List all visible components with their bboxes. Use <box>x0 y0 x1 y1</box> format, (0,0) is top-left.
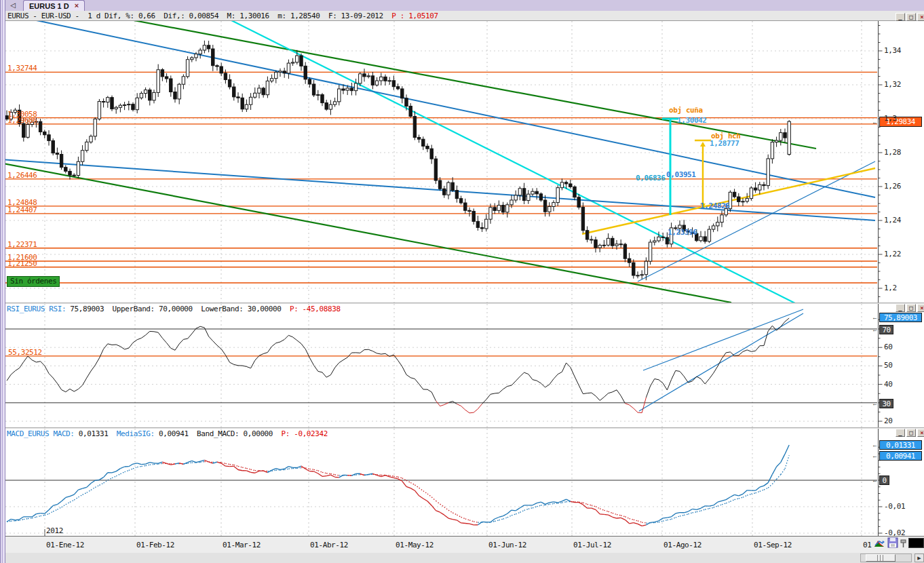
window-left-border <box>0 0 5 563</box>
month-label: 01-Mar-12 <box>223 541 261 549</box>
month-label: 01-Sep-12 <box>754 541 792 549</box>
rsi-pane-buttons: _ □ × <box>896 304 924 312</box>
rsi-lowerband-badge: 30 <box>879 399 893 408</box>
price-tick-label: 1,32 <box>884 80 901 89</box>
pane-separator[interactable] <box>5 427 924 429</box>
price-tick-label: 1,3 <box>884 114 897 123</box>
price-level-label: 1,26446 <box>7 171 37 180</box>
macd-maximize-button[interactable]: □ <box>906 429 916 437</box>
rsi-tick-label: 20 <box>884 416 892 425</box>
main-chart-area[interactable] <box>5 21 878 303</box>
rsi-chart-area[interactable] <box>5 304 878 427</box>
rsi-value-badge: 75,89003 <box>879 313 922 322</box>
macd-header-part-3: 0,00941 <box>159 429 197 438</box>
scrollbar-right-arrow[interactable]: ▶ <box>915 554 924 562</box>
macd-tick-label: -0,01 <box>884 502 905 511</box>
rsi-header-part-3: P: -45,08838 <box>290 305 341 313</box>
quote-bar-part-0: EURUS - EUR-USD - 1 d Dif, %: 0,66 Dif,:… <box>7 12 391 20</box>
annotation-level-low: 1,23396 <box>668 228 697 237</box>
macd-pointer-icon: ← <box>872 442 878 448</box>
rsi-lower-pointer-icon: ← <box>872 401 878 407</box>
annotation-level-mid: 1,24826 <box>700 201 730 210</box>
price-pointer-icon: ← <box>872 119 878 125</box>
quote-bar-part-1: P : 1,05107 <box>391 12 438 20</box>
macd-tick-label: -0,02 <box>884 528 905 537</box>
rsi-level-label: 55,32512 <box>8 348 42 357</box>
macd-header-part-0: MACD_EURUS MACD: <box>7 429 79 438</box>
annotation-measure-right: 0,03951 <box>666 170 696 179</box>
month-label: 01-Ene-12 <box>46 541 84 549</box>
rsi-header-part-0: RSI_EURUS RSI: <box>7 305 70 313</box>
macd-value-badge: 0,01331 <box>879 440 922 450</box>
price-tick-label: 1,26 <box>884 182 901 191</box>
tab-close-icon[interactable]: × <box>75 2 79 9</box>
price-level-label: 1,32744 <box>7 64 37 73</box>
price-level-label: 1,22371 <box>7 240 37 249</box>
annotation-obj-cuna: obj cuña <box>669 106 703 115</box>
scrollbar-thumb[interactable] <box>866 554 896 562</box>
bottom-status-bar <box>5 553 924 563</box>
chart-style-icon[interactable] <box>874 538 885 549</box>
macd-zero-badge: 0 <box>879 475 889 485</box>
save-icon[interactable] <box>887 537 899 549</box>
tab-bar <box>5 0 924 12</box>
main-minimize-button[interactable]: _ <box>896 13 905 21</box>
price-tick-label: 1,22 <box>884 250 901 258</box>
main-close-button[interactable]: × <box>917 13 924 21</box>
month-label: 01-May-12 <box>396 541 434 549</box>
annotation-measure-left: 0,06836 <box>636 174 666 182</box>
price-tick-label: 1,28 <box>884 148 901 157</box>
rsi-header-part-2: UpperBand: 70,00000 LowerBand: 30,00000 <box>113 305 290 313</box>
rsi-tick-label: 60 <box>884 343 892 351</box>
pin-icon[interactable] <box>900 539 908 548</box>
annotation-hch-target: 1,28777 <box>710 139 739 148</box>
macd-signal-badge: 0,00941 <box>879 451 922 461</box>
annotation-cuna-target: 1,30042 <box>677 116 707 125</box>
tab-label: EURUS 1 D <box>29 2 69 10</box>
macd-header-part-5: P: -0,02342 <box>282 429 328 438</box>
macd-header: MACD_EURUS MACD: 0,01331 MediaSIG: 0,009… <box>7 429 328 438</box>
macd-header-part-2: MediaSIG: <box>117 429 159 438</box>
trading-app-window: ◁ EURUS 1 D × EURUS - EUR-USD - 1 d Dif,… <box>0 0 924 563</box>
month-label: 01 <box>863 541 871 549</box>
price-level-label: 1,21250 <box>7 259 37 268</box>
month-label: 01-Feb-12 <box>136 541 174 549</box>
price-tick-label: 1,24 <box>884 216 901 225</box>
macd-close-button[interactable]: × <box>917 429 924 437</box>
price-level-label: 1,29686 <box>7 116 37 125</box>
main-pane-buttons: _ □ × <box>896 13 924 21</box>
fullscreen-toggle-icon[interactable] <box>908 538 924 548</box>
rsi-upperband-badge: 70 <box>879 325 893 334</box>
month-label: 01-Jun-12 <box>488 541 526 549</box>
rsi-tick-label: 50 <box>884 361 892 370</box>
month-label: 01-Ago-12 <box>663 541 701 549</box>
macd-zero-pointer-icon: ← <box>872 478 878 484</box>
rsi-pointer-icon: ← <box>872 315 878 321</box>
rsi-upper-pointer-icon: ← <box>872 327 878 333</box>
price-tick-label: 1,2 <box>884 284 897 292</box>
macd-minimize-button[interactable]: _ <box>896 429 905 437</box>
rsi-minimize-button[interactable]: _ <box>896 304 905 312</box>
price-level-label: 1,24407 <box>7 206 37 214</box>
no-orders-badge: Sin órdenes <box>7 276 60 287</box>
rsi-header-part-1: 75,89003 <box>70 305 112 313</box>
macd-header-part-1: 0,01331 <box>79 429 117 438</box>
price-tick-label: 1,34 <box>884 46 901 55</box>
macd-pane-buttons: _ □ × <box>896 429 924 437</box>
rsi-tick-label: 40 <box>884 380 892 389</box>
macd-chart-area[interactable] <box>5 429 878 536</box>
macd-signal-pointer-icon: ← <box>872 453 878 459</box>
month-label: 01-Jul-12 <box>573 541 611 549</box>
year-label: 2012 <box>46 526 63 535</box>
main-maximize-button[interactable]: □ <box>906 13 916 21</box>
macd-header-part-4: Band_MACD: 0,00000 <box>197 429 281 438</box>
tab-eurus-1d[interactable]: EURUS 1 D × <box>23 0 85 11</box>
pane-separator[interactable] <box>5 303 924 304</box>
quote-bar: EURUS - EUR-USD - 1 d Dif, %: 0,66 Dif,:… <box>5 11 924 21</box>
rsi-header: RSI_EURUS RSI: 75,89003 UpperBand: 70,00… <box>7 305 341 313</box>
rsi-close-button[interactable]: × <box>917 304 924 312</box>
tab-scroll-left-icon[interactable]: ◁ <box>8 1 18 10</box>
month-label: 01-Abr-12 <box>310 541 348 549</box>
rsi-maximize-button[interactable]: □ <box>906 304 916 312</box>
